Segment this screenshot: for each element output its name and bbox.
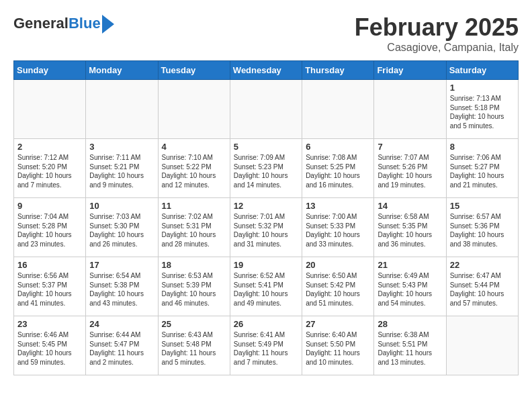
day-info: Sunrise: 6:38 AM Sunset: 5:51 PM Dayligh… xyxy=(378,330,442,367)
calendar-body: 1Sunrise: 7:13 AM Sunset: 5:18 PM Daylig… xyxy=(14,80,519,375)
day-number: 2 xyxy=(17,142,82,152)
day-info: Sunrise: 7:12 AM Sunset: 5:20 PM Dayligh… xyxy=(17,153,82,189)
day-info: Sunrise: 6:46 AM Sunset: 5:45 PM Dayligh… xyxy=(17,330,82,367)
day-number: 12 xyxy=(234,201,298,211)
calendar-day-cell: 10Sunrise: 7:03 AM Sunset: 5:30 PM Dayli… xyxy=(86,198,158,257)
header-row: SundayMondayTuesdayWednesdayThursdayFrid… xyxy=(14,61,519,80)
calendar-day-cell: 2Sunrise: 7:12 AM Sunset: 5:20 PM Daylig… xyxy=(14,139,86,198)
day-number: 10 xyxy=(89,201,154,211)
calendar-day-cell: 18Sunrise: 6:53 AM Sunset: 5:39 PM Dayli… xyxy=(158,257,230,316)
day-info: Sunrise: 7:02 AM Sunset: 5:31 PM Dayligh… xyxy=(162,212,226,248)
day-number: 21 xyxy=(378,260,442,270)
header: GeneralBlue February 2025 Casagiove, Cam… xyxy=(13,13,519,54)
day-info: Sunrise: 6:47 AM Sunset: 5:44 PM Dayligh… xyxy=(450,271,515,308)
calendar-day-cell: 7Sunrise: 7:07 AM Sunset: 5:26 PM Daylig… xyxy=(374,139,446,198)
day-info: Sunrise: 7:13 AM Sunset: 5:18 PM Dayligh… xyxy=(450,94,515,130)
day-number: 14 xyxy=(378,201,442,211)
calendar-day-cell: 15Sunrise: 6:57 AM Sunset: 5:36 PM Dayli… xyxy=(446,198,518,257)
calendar-subtitle: Casagiove, Campania, Italy xyxy=(355,42,519,54)
calendar-day-cell: 24Sunrise: 6:44 AM Sunset: 5:47 PM Dayli… xyxy=(86,316,158,375)
day-of-week-header: Monday xyxy=(86,61,158,80)
calendar-week-row: 1Sunrise: 7:13 AM Sunset: 5:18 PM Daylig… xyxy=(14,80,519,139)
day-number: 13 xyxy=(306,201,370,211)
day-info: Sunrise: 7:06 AM Sunset: 5:27 PM Dayligh… xyxy=(450,153,515,189)
calendar-day-cell xyxy=(86,80,158,139)
calendar-day-cell: 12Sunrise: 7:01 AM Sunset: 5:32 PM Dayli… xyxy=(230,198,302,257)
calendar-day-cell: 27Sunrise: 6:40 AM Sunset: 5:50 PM Dayli… xyxy=(302,316,374,375)
day-number: 15 xyxy=(450,201,515,211)
logo-text: GeneralBlue xyxy=(13,15,101,32)
day-number: 28 xyxy=(378,319,442,329)
logo: GeneralBlue xyxy=(13,13,114,34)
day-number: 9 xyxy=(17,201,82,211)
day-info: Sunrise: 7:07 AM Sunset: 5:26 PM Dayligh… xyxy=(378,153,442,189)
calendar-day-cell: 6Sunrise: 7:08 AM Sunset: 5:25 PM Daylig… xyxy=(302,139,374,198)
day-number: 22 xyxy=(450,260,515,270)
day-info: Sunrise: 7:09 AM Sunset: 5:23 PM Dayligh… xyxy=(234,153,298,189)
day-number: 11 xyxy=(162,201,226,211)
day-number: 4 xyxy=(162,142,226,152)
logo-arrow-icon xyxy=(102,15,114,34)
calendar-day-cell: 4Sunrise: 7:10 AM Sunset: 5:22 PM Daylig… xyxy=(158,139,230,198)
day-info: Sunrise: 6:41 AM Sunset: 5:49 PM Dayligh… xyxy=(234,330,298,367)
day-info: Sunrise: 6:52 AM Sunset: 5:41 PM Dayligh… xyxy=(234,271,298,308)
day-number: 24 xyxy=(89,319,154,329)
day-of-week-header: Wednesday xyxy=(230,61,302,80)
calendar-day-cell: 14Sunrise: 6:58 AM Sunset: 5:35 PM Dayli… xyxy=(374,198,446,257)
calendar-day-cell xyxy=(302,80,374,139)
calendar-day-cell xyxy=(446,316,518,375)
day-info: Sunrise: 6:57 AM Sunset: 5:36 PM Dayligh… xyxy=(450,212,515,248)
day-info: Sunrise: 7:01 AM Sunset: 5:32 PM Dayligh… xyxy=(234,212,298,248)
calendar-day-cell: 26Sunrise: 6:41 AM Sunset: 5:49 PM Dayli… xyxy=(230,316,302,375)
day-of-week-header: Sunday xyxy=(14,61,86,80)
day-number: 23 xyxy=(17,319,82,329)
calendar-title: February 2025 xyxy=(355,13,519,42)
day-number: 17 xyxy=(89,260,154,270)
day-number: 26 xyxy=(234,319,298,329)
day-info: Sunrise: 6:50 AM Sunset: 5:42 PM Dayligh… xyxy=(306,271,370,308)
day-number: 20 xyxy=(306,260,370,270)
day-info: Sunrise: 6:40 AM Sunset: 5:50 PM Dayligh… xyxy=(306,330,370,367)
day-info: Sunrise: 6:54 AM Sunset: 5:38 PM Dayligh… xyxy=(89,271,154,308)
calendar-day-cell: 20Sunrise: 6:50 AM Sunset: 5:42 PM Dayli… xyxy=(302,257,374,316)
calendar-week-row: 16Sunrise: 6:56 AM Sunset: 5:37 PM Dayli… xyxy=(14,257,519,316)
calendar-day-cell: 22Sunrise: 6:47 AM Sunset: 5:44 PM Dayli… xyxy=(446,257,518,316)
day-info: Sunrise: 7:03 AM Sunset: 5:30 PM Dayligh… xyxy=(89,212,154,248)
day-info: Sunrise: 6:58 AM Sunset: 5:35 PM Dayligh… xyxy=(378,212,442,248)
day-number: 7 xyxy=(378,142,442,152)
calendar-day-cell xyxy=(230,80,302,139)
calendar-day-cell: 16Sunrise: 6:56 AM Sunset: 5:37 PM Dayli… xyxy=(14,257,86,316)
day-number: 16 xyxy=(17,260,82,270)
day-of-week-header: Thursday xyxy=(302,61,374,80)
day-info: Sunrise: 7:11 AM Sunset: 5:21 PM Dayligh… xyxy=(89,153,154,189)
calendar-day-cell: 9Sunrise: 7:04 AM Sunset: 5:28 PM Daylig… xyxy=(14,198,86,257)
day-info: Sunrise: 6:49 AM Sunset: 5:43 PM Dayligh… xyxy=(378,271,442,308)
day-info: Sunrise: 7:08 AM Sunset: 5:25 PM Dayligh… xyxy=(306,153,370,189)
day-of-week-header: Tuesday xyxy=(158,61,230,80)
day-info: Sunrise: 6:56 AM Sunset: 5:37 PM Dayligh… xyxy=(17,271,82,308)
calendar-day-cell xyxy=(14,80,86,139)
calendar-week-row: 9Sunrise: 7:04 AM Sunset: 5:28 PM Daylig… xyxy=(14,198,519,257)
day-info: Sunrise: 6:53 AM Sunset: 5:39 PM Dayligh… xyxy=(162,271,226,308)
day-info: Sunrise: 6:43 AM Sunset: 5:48 PM Dayligh… xyxy=(162,330,226,367)
day-of-week-header: Friday xyxy=(374,61,446,80)
calendar-day-cell xyxy=(158,80,230,139)
calendar-day-cell: 8Sunrise: 7:06 AM Sunset: 5:27 PM Daylig… xyxy=(446,139,518,198)
day-info: Sunrise: 7:10 AM Sunset: 5:22 PM Dayligh… xyxy=(162,153,226,189)
calendar-day-cell: 13Sunrise: 7:00 AM Sunset: 5:33 PM Dayli… xyxy=(302,198,374,257)
calendar-day-cell: 28Sunrise: 6:38 AM Sunset: 5:51 PM Dayli… xyxy=(374,316,446,375)
day-info: Sunrise: 7:00 AM Sunset: 5:33 PM Dayligh… xyxy=(306,212,370,248)
calendar-day-cell: 19Sunrise: 6:52 AM Sunset: 5:41 PM Dayli… xyxy=(230,257,302,316)
day-number: 5 xyxy=(234,142,298,152)
day-of-week-header: Saturday xyxy=(446,61,518,80)
day-number: 3 xyxy=(89,142,154,152)
calendar-week-row: 2Sunrise: 7:12 AM Sunset: 5:20 PM Daylig… xyxy=(14,139,519,198)
day-number: 19 xyxy=(234,260,298,270)
calendar-day-cell: 25Sunrise: 6:43 AM Sunset: 5:48 PM Dayli… xyxy=(158,316,230,375)
day-number: 6 xyxy=(306,142,370,152)
calendar-day-cell: 17Sunrise: 6:54 AM Sunset: 5:38 PM Dayli… xyxy=(86,257,158,316)
title-area: February 2025 Casagiove, Campania, Italy xyxy=(355,13,519,54)
day-info: Sunrise: 7:04 AM Sunset: 5:28 PM Dayligh… xyxy=(17,212,82,248)
day-number: 18 xyxy=(162,260,226,270)
day-info: Sunrise: 6:44 AM Sunset: 5:47 PM Dayligh… xyxy=(89,330,154,367)
